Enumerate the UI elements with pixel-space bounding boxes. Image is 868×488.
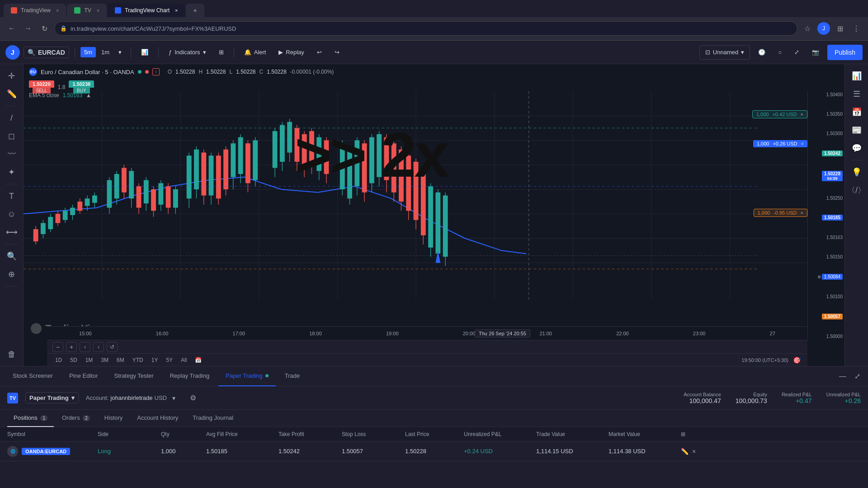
sidebar-crosshair[interactable]: ✛: [4, 68, 20, 84]
ema-indicator: EMA 5 close 1.50163 ▲: [29, 92, 91, 99]
right-icon-calendar[interactable]: 📅: [849, 104, 865, 120]
period-5d[interactable]: 5D: [67, 356, 80, 364]
unnamed-button[interactable]: ⊡ Unnamed ▾: [699, 45, 750, 60]
screenshot-button[interactable]: 📷: [807, 45, 824, 60]
alert-button[interactable]: 🔔 Alert: [240, 45, 271, 60]
right-icon-chat[interactable]: 💬: [849, 140, 865, 156]
period-1y[interactable]: 1Y: [149, 356, 161, 364]
buy-price-button[interactable]: 1.50238 BUY: [69, 80, 94, 94]
chart-bottom-toolbar: − + ‹ › ↺: [47, 340, 807, 353]
period-all[interactable]: All: [178, 356, 189, 364]
period-1m[interactable]: 1M: [83, 356, 96, 364]
ema-collapse[interactable]: ▲: [86, 92, 91, 99]
replay-button[interactable]: ▶ Replay: [274, 45, 308, 60]
redo-button[interactable]: ↪: [330, 45, 344, 60]
tf-1m-button[interactable]: 1m: [98, 47, 113, 57]
period-3m[interactable]: 3M: [98, 356, 111, 364]
sidebar-zoom[interactable]: 🔍: [4, 248, 20, 264]
period-ytd[interactable]: YTD: [130, 356, 146, 364]
templates-button[interactable]: ⊞: [214, 45, 228, 60]
subtab-positions[interactable]: Positions 1: [7, 410, 54, 427]
sidebar-text[interactable]: T: [4, 188, 20, 204]
sidebar-trash[interactable]: 🗑: [4, 346, 20, 362]
account-history-label: Account History: [137, 414, 178, 421]
symbol-search[interactable]: 🔍 EURCAD: [24, 47, 69, 58]
zoom-in-button[interactable]: +: [66, 342, 77, 352]
tf-5m-button[interactable]: 5m: [80, 47, 96, 57]
close-position-button[interactable]: ×: [692, 448, 696, 455]
sidebar-trendline[interactable]: /: [4, 110, 20, 126]
browser-tab-3[interactable]: TradingView Chart ×: [108, 4, 185, 17]
prev-bar-button[interactable]: ‹: [80, 342, 90, 352]
sidebar-shapes[interactable]: ◻: [4, 128, 20, 144]
calendar-button[interactable]: 📅: [192, 356, 204, 364]
bar-type-button[interactable]: 📊: [137, 45, 153, 60]
subtab-orders[interactable]: Orders 2: [56, 410, 96, 427]
browser-tab-1[interactable]: TradingView ×: [4, 4, 66, 17]
subtab-trading-journal[interactable]: Trading Journal: [186, 410, 240, 427]
compare-button[interactable]: ○: [774, 45, 786, 60]
zoom-out-button[interactable]: −: [52, 342, 63, 352]
tf-dropdown-button[interactable]: ▾: [115, 47, 125, 57]
subtab-history[interactable]: History: [98, 410, 129, 427]
paper-settings-button[interactable]: ⚙: [187, 392, 199, 404]
price-tag-row-blue1: 1.50228 04:59: [810, 171, 843, 181]
forward-button[interactable]: →: [22, 22, 34, 35]
bookmark-button[interactable]: ☆: [801, 22, 814, 35]
fullscreen-button[interactable]: ⤢: [790, 45, 804, 60]
sidebar-icons[interactable]: ☺: [4, 206, 20, 222]
right-icon-chart[interactable]: 📊: [849, 68, 865, 84]
right-icon-scripts[interactable]: 〈/〉: [849, 182, 865, 198]
period-6m[interactable]: 6M: [114, 356, 127, 364]
sidebar-fib[interactable]: 〰: [4, 146, 20, 162]
period-1d[interactable]: 1D: [52, 356, 65, 364]
tab-close-1[interactable]: ×: [56, 8, 59, 13]
address-bar[interactable]: 🔒 in.tradingview.com/chart/CAcWu27J/?sym…: [54, 21, 797, 36]
svg-rect-33: [92, 196, 97, 203]
publish-button[interactable]: Publish: [827, 45, 863, 60]
reset-view-button[interactable]: ↺: [107, 342, 118, 352]
minimize-button[interactable]: —: [837, 371, 848, 382]
clock-button[interactable]: 🕐: [754, 45, 770, 60]
goto-realtime-button[interactable]: 🎯: [791, 355, 802, 365]
sidebar-patterns[interactable]: ✦: [4, 164, 20, 180]
order-close-2[interactable]: ×: [801, 141, 804, 146]
edit-position-button[interactable]: ✏️: [681, 448, 689, 455]
tab-close-3[interactable]: ×: [175, 8, 178, 13]
indicators-button[interactable]: ƒ Indicators ▾: [164, 45, 211, 60]
tab-trade[interactable]: Trade: [278, 366, 307, 386]
profile-button[interactable]: J: [817, 22, 830, 35]
order-close-1[interactable]: ×: [801, 112, 803, 117]
browser-tab-4[interactable]: +: [186, 4, 204, 17]
right-icon-watchlist[interactable]: ☰: [849, 86, 865, 102]
tab-pine-editor[interactable]: Pine Editor: [62, 366, 105, 386]
extensions-button[interactable]: ⊞: [834, 22, 846, 35]
next-bar-button[interactable]: ›: [93, 342, 104, 352]
tab-stock-screener[interactable]: Stock Screener: [5, 366, 60, 386]
right-icon-news[interactable]: 📰: [849, 122, 865, 138]
account-settings-button[interactable]: ▾: [169, 393, 179, 404]
account-selector[interactable]: Paper Trading ▾: [25, 392, 79, 404]
tab-new-icon[interactable]: +: [193, 7, 197, 14]
back-button[interactable]: ←: [5, 22, 18, 35]
subtab-account-history[interactable]: Account History: [131, 410, 184, 427]
tab-paper-trading[interactable]: Paper Trading: [218, 366, 276, 386]
browser-tab-2[interactable]: TV ×: [67, 4, 107, 17]
expand-button[interactable]: ⤢: [852, 371, 863, 382]
sidebar-draw[interactable]: ✏️: [4, 86, 20, 102]
period-5y[interactable]: 5Y: [163, 356, 175, 364]
refresh-button[interactable]: ↻: [38, 22, 51, 35]
tab-strategy-tester[interactable]: Strategy Tester: [107, 366, 160, 386]
tab-replay-trading[interactable]: Replay Trading: [163, 366, 217, 386]
undo-button[interactable]: ↩: [312, 45, 326, 60]
sidebar-measure[interactable]: ⟷: [4, 224, 20, 240]
menu-button[interactable]: ⋮: [850, 22, 863, 35]
low-label: L: [229, 69, 232, 75]
sidebar-magnet[interactable]: ⊕: [4, 266, 20, 282]
right-icon-ideas[interactable]: 💡: [849, 164, 865, 180]
order-close-3[interactable]: ×: [801, 210, 803, 216]
browser-tabs: TradingView × TV × TradingView Chart × +: [0, 0, 868, 17]
sell-price-button[interactable]: 1.50220 SELL: [29, 80, 54, 94]
tab-close-2[interactable]: ×: [97, 8, 99, 13]
symbol-name[interactable]: OANDA:EURCAD: [22, 448, 70, 455]
